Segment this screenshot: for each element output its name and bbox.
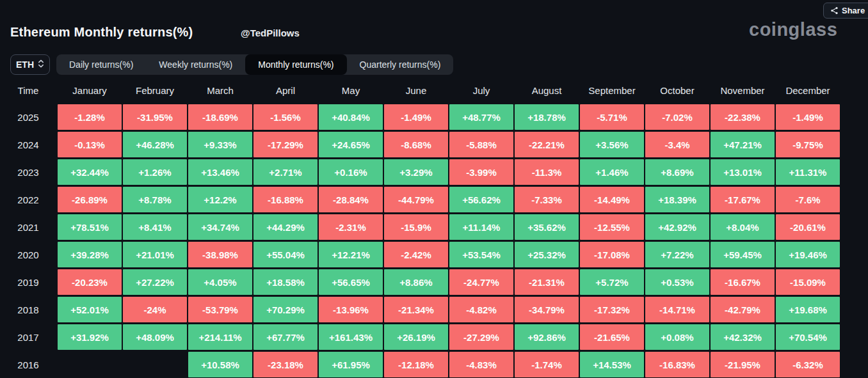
return-cell: -21.95% (711, 352, 775, 377)
return-cell-empty (58, 352, 122, 377)
return-cell: +13.01% (711, 159, 775, 185)
return-cell: +70.29% (253, 297, 317, 322)
period-tab-bar: Daily returns(%)Weekly returns(%)Monthly… (56, 54, 453, 75)
return-cell: -7.33% (515, 187, 579, 212)
column-header-june: June (384, 78, 448, 102)
return-cell: -11.3% (515, 159, 579, 185)
return-cell: +3.56% (580, 132, 644, 157)
return-cell: +12.2% (188, 187, 252, 212)
return-cell: +25.32% (515, 242, 579, 267)
return-cell: +9.33% (188, 132, 252, 157)
tab-weekly-returns[interactable]: Weekly returns(%) (146, 54, 245, 75)
return-cell: +26.19% (384, 324, 448, 350)
return-cell: +40.84% (319, 104, 383, 130)
tab-monthly-returns[interactable]: Monthly returns(%) (245, 54, 346, 75)
return-cell: -17.29% (253, 132, 317, 157)
return-cell: +11.14% (449, 214, 513, 240)
share-button-label: Share (842, 6, 865, 15)
return-cell: -27.29% (449, 324, 513, 350)
return-cell: +3.29% (384, 159, 448, 185)
return-cell: -16.67% (711, 269, 775, 295)
column-header-november: November (711, 78, 775, 102)
return-cell: +8.78% (123, 187, 187, 212)
return-cell: +8.86% (384, 269, 448, 295)
return-cell: +18.39% (645, 187, 709, 212)
return-cell: -16.88% (253, 187, 317, 212)
return-cell: -24% (123, 297, 187, 322)
return-cell: +55.04% (253, 242, 317, 267)
return-cell: +19.68% (776, 297, 840, 322)
page-title: Ethereum Monthly returns(%) (10, 25, 193, 40)
symbol-select-value: ETH (16, 59, 34, 70)
return-cell: -7.6% (776, 187, 840, 212)
coinglass-returns-page: Share Ethereum Monthly returns(%) @TedPi… (0, 0, 868, 378)
return-cell: +161.43% (319, 324, 383, 350)
return-cell: -42.79% (711, 297, 775, 322)
return-cell: +21.01% (123, 242, 187, 267)
return-cell: +0.53% (645, 269, 709, 295)
column-header-april: April (253, 78, 317, 102)
return-cell: -0.13% (58, 132, 122, 157)
row-year-label: 2025 (0, 104, 56, 130)
return-cell: +1.46% (580, 159, 644, 185)
return-cell: +14.53% (580, 352, 644, 377)
column-header-may: May (319, 78, 383, 102)
return-cell: -24.77% (449, 269, 513, 295)
return-cell: +4.05% (188, 269, 252, 295)
row-year-label: 2022 (0, 187, 56, 212)
return-cell: -4.83% (449, 352, 513, 377)
monthly-returns-table: TimeJanuaryFebruaryMarchAprilMayJuneJuly… (0, 78, 840, 377)
row-year-label: 2018 (0, 297, 56, 322)
return-cell: -44.79% (384, 187, 448, 212)
return-cell: +8.41% (123, 214, 187, 240)
return-cell: -15.09% (776, 269, 840, 295)
return-cell: +214.11% (188, 324, 252, 350)
return-cell: +0.08% (645, 324, 709, 350)
return-cell: +8.04% (711, 214, 775, 240)
return-cell: +42.32% (711, 324, 775, 350)
return-cell: -9.75% (776, 132, 840, 157)
return-cell: +48.77% (449, 104, 513, 130)
return-cell: -2.42% (384, 242, 448, 267)
return-cell: +53.54% (449, 242, 513, 267)
return-cell: +8.69% (645, 159, 709, 185)
return-cell: +31.92% (58, 324, 122, 350)
return-cell: +39.28% (58, 242, 122, 267)
return-cell: -23.18% (253, 352, 317, 377)
share-icon (830, 6, 839, 15)
return-cell: -12.18% (384, 352, 448, 377)
return-cell: +56.65% (319, 269, 383, 295)
return-cell: +13.46% (188, 159, 252, 185)
return-cell: -38.98% (188, 242, 252, 267)
row-year-label: 2017 (0, 324, 56, 350)
return-cell: +42.92% (645, 214, 709, 240)
return-cell: -1.49% (384, 104, 448, 130)
return-cell: -5.88% (449, 132, 513, 157)
return-cell: +12.21% (319, 242, 383, 267)
share-button[interactable]: Share (823, 3, 868, 19)
return-cell: +10.58% (188, 352, 252, 377)
return-cell: -3.99% (449, 159, 513, 185)
return-cell: -20.23% (58, 269, 122, 295)
return-cell: +35.62% (515, 214, 579, 240)
return-cell: +48.09% (123, 324, 187, 350)
symbol-select[interactable]: ETH (10, 54, 50, 75)
return-cell: +11.31% (776, 159, 840, 185)
return-cell: +18.58% (253, 269, 317, 295)
return-cell: -21.31% (515, 269, 579, 295)
return-cell: +34.74% (188, 214, 252, 240)
return-cell: -18.69% (188, 104, 252, 130)
return-cell: +67.77% (253, 324, 317, 350)
tab-quarterly-returns[interactable]: Quarterly returns(%) (347, 54, 454, 75)
return-cell: -12.55% (580, 214, 644, 240)
column-header-july: July (449, 78, 513, 102)
return-cell: +24.65% (319, 132, 383, 157)
return-cell: -13.96% (319, 297, 383, 322)
return-cell: -1.74% (515, 352, 579, 377)
tab-daily-returns[interactable]: Daily returns(%) (56, 54, 146, 75)
updown-chevron-icon (38, 59, 44, 70)
attribution-handle: @TedPillows (241, 28, 300, 38)
return-cell: +27.22% (123, 269, 187, 295)
return-cell: -20.61% (776, 214, 840, 240)
return-cell: -22.21% (515, 132, 579, 157)
